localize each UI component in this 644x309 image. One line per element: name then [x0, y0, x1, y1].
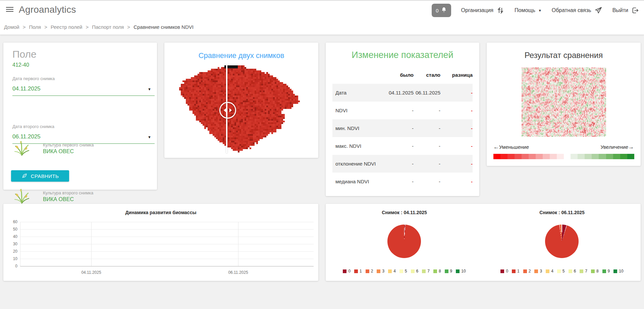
biomass-plot-area: 010203040506004.11.202506.11.2025 — [3, 204, 318, 281]
slider-left-arrow-icon — [224, 108, 226, 112]
legend-label: 2 — [529, 269, 531, 273]
table-row: Дата04.11.202506.11.2025- — [332, 84, 473, 102]
pie2-chart — [545, 225, 579, 258]
legend-item: 1 — [354, 269, 362, 273]
legend-item: 2 — [523, 269, 531, 273]
breadcrumb-item[interactable]: Домой — [4, 24, 19, 30]
legend-item: 1 — [512, 269, 520, 273]
legend-label: 6 — [574, 269, 576, 273]
crop-icon — [14, 139, 30, 158]
legend-label: 5 — [405, 269, 407, 273]
logout-icon — [631, 6, 639, 14]
feedback-button[interactable]: Обратная связь — [552, 6, 602, 14]
y-axis-tick: 0 — [6, 264, 17, 268]
gridline-h — [20, 266, 314, 266]
legend-swatch — [399, 269, 403, 273]
logout-button[interactable]: Выйти — [612, 6, 639, 14]
logout-label: Выйти — [612, 7, 628, 13]
biomass-chart-card: Динамика развития биомассы 0102030405060… — [3, 204, 318, 281]
legend-label: 6 — [416, 269, 419, 273]
breadcrumb-item[interactable]: Реестр полей — [51, 24, 83, 30]
table-cell-now: - — [414, 137, 440, 155]
table-cell-was: - — [378, 173, 414, 190]
legend-label: 9 — [608, 269, 610, 273]
second-crop-row-final: Культура второго снимка ВИКА ОВЕС — [14, 187, 93, 206]
chevron-down-icon: ▼ — [538, 9, 542, 12]
gradient-segment — [522, 154, 529, 159]
legend-item: 4 — [546, 269, 553, 273]
comparison-card-title: Сравнение двух снимков — [164, 51, 318, 60]
table-cell-now: 06.11.2025 — [414, 84, 440, 102]
legend-item: 3 — [534, 269, 542, 273]
app-header: Agroanalytics 0 Организация Помощь ▼ Обр… — [0, 0, 644, 20]
pie1-chart — [387, 225, 421, 258]
first-date-select[interactable]: 04.11.2025 — [12, 85, 41, 92]
comparison-slider-handle[interactable] — [219, 102, 236, 119]
legend-swatch — [591, 269, 595, 273]
divider — [12, 96, 155, 96]
table-cell-diff: - — [440, 119, 473, 137]
table-cell-now: - — [414, 102, 440, 119]
table-cell-lbl: отклонение NDVI — [332, 155, 378, 173]
legend-item: 7 — [422, 269, 430, 273]
notification-count-badge: 0 — [436, 8, 438, 13]
compare-button-label: СРАВНИТЬ — [31, 173, 59, 179]
legend-item: 8 — [433, 269, 441, 273]
breadcrumb: Домой>Поля>Реестр полей>Паспорт поля>Сра… — [4, 19, 194, 35]
legend-swatch — [500, 269, 504, 273]
table-cell-lbl: медиана NDVI — [332, 173, 378, 190]
slider-right-arrow-icon — [229, 108, 232, 112]
legend-item: 10 — [613, 269, 623, 273]
breadcrumb-separator: > — [86, 24, 89, 30]
second-date-select[interactable]: 06.11.2025 — [12, 133, 41, 140]
crop-icon — [14, 187, 30, 206]
legend-label: 3 — [382, 269, 384, 273]
first-date-caret-icon[interactable]: ▼ — [148, 87, 151, 91]
bell-icon — [441, 7, 447, 14]
indicators-card: Изменение показателей было стало разница… — [326, 43, 479, 196]
legend-swatch — [354, 269, 358, 273]
legend-swatch — [388, 269, 392, 273]
legend-label: 1 — [360, 269, 362, 273]
table-cell-diff: - — [440, 102, 473, 119]
legend-label: 10 — [619, 269, 623, 273]
y-axis-tick: 50 — [6, 227, 17, 232]
table-cell-lbl: макс. NDVI — [332, 137, 378, 155]
leaf-icon — [21, 173, 28, 180]
table-cell-was: - — [378, 155, 414, 173]
legend-label: 1 — [517, 269, 520, 273]
hamburger-menu-icon[interactable] — [6, 7, 13, 13]
gradient-segment — [578, 154, 585, 159]
y-axis-line — [20, 222, 20, 266]
legend-swatch — [343, 269, 346, 273]
gridline-h — [20, 229, 314, 230]
compare-button[interactable]: СРАВНИТЬ — [11, 170, 69, 182]
legend-item: 5 — [557, 269, 565, 273]
gridline-h — [20, 251, 314, 252]
pie-chart-second-snapshot: Снимок : 06.11.2025 012345678910 — [483, 204, 641, 281]
organization-menu[interactable]: Организация — [461, 6, 505, 14]
breadcrumb-bar: Домой>Поля>Реестр полей>Паспорт поля>Сра… — [0, 19, 644, 35]
notifications-button[interactable]: 0 — [432, 4, 451, 17]
table-cell-lbl: NDVI — [332, 102, 378, 119]
indicators-table: было стало разница Дата04.11.202506.11.2… — [332, 72, 473, 190]
legend-swatch — [422, 269, 426, 273]
legend-item: 9 — [445, 269, 452, 273]
breadcrumb-item[interactable]: Поля — [29, 24, 41, 30]
second-date-caret-icon[interactable]: ▼ — [148, 135, 151, 139]
table-cell-lbl: Дата — [332, 84, 378, 102]
gradient-segment — [620, 154, 627, 159]
legend-swatch — [557, 269, 561, 273]
gradient-segment — [507, 154, 515, 159]
help-menu[interactable]: Помощь ▼ — [515, 7, 542, 13]
first-crop-row: Культура первого снимка ВИКА ОВЕС — [14, 139, 94, 158]
table-cell-was: - — [378, 119, 414, 137]
field-card-title: Поле — [12, 49, 37, 60]
legend-item: 9 — [602, 269, 610, 273]
legend-label: 4 — [393, 269, 396, 273]
gradient-segment — [606, 154, 613, 159]
table-cell-was: - — [378, 102, 414, 119]
legend-swatch — [523, 269, 527, 273]
breadcrumb-item[interactable]: Паспорт поля — [92, 24, 124, 30]
table-cell-lbl: мин. NDVI — [332, 119, 378, 137]
